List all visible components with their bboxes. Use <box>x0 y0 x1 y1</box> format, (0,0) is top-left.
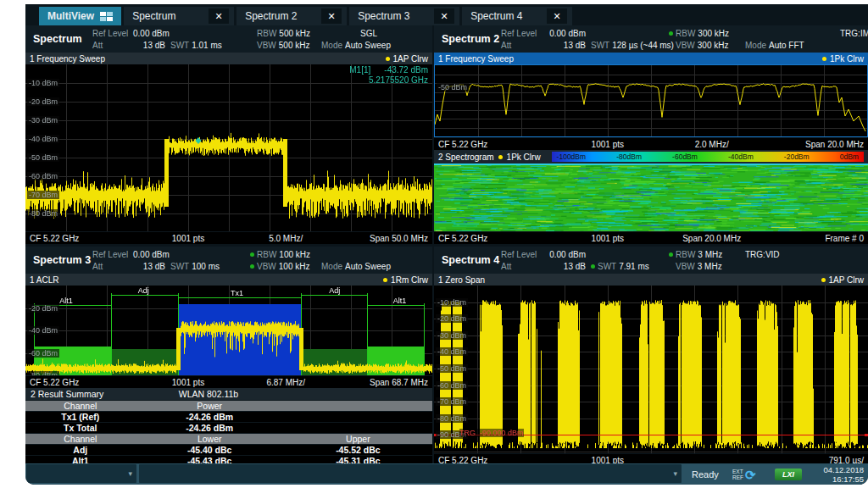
trigger-flag: TRG:VID <box>745 250 840 259</box>
close-icon[interactable]: ✕ <box>209 8 229 24</box>
tab-spectrum-2[interactable]: Spectrum 2 ✕ <box>236 7 347 25</box>
channel-header: Spectrum Ref Level 0.00 dBm RBW 500 kHz … <box>25 25 432 53</box>
swt-setting: SWT 1.01 ms <box>170 41 245 50</box>
y-axis-label: -40 dBm <box>436 347 468 356</box>
spectrogram-trace: 1Pk Clrw <box>507 152 541 162</box>
channel-header: Spectrum 4 Ref Level 0.00 dBm RBW 3 MHz … <box>434 247 868 274</box>
y-axis-label: -70 dBm <box>436 397 468 406</box>
scale-per-div: 2.0 MHz/ <box>695 140 729 149</box>
tab-spectrum[interactable]: Spectrum ✕ <box>124 7 234 25</box>
legend-label: -60dBm <box>672 152 698 161</box>
spectrogram-plot[interactable] <box>434 164 868 231</box>
aclr-plot[interactable]: -20 dBm-40 dBm-60 dBm-80 dBm Alt1 Adj Tx… <box>25 286 432 375</box>
tab-multiview[interactable]: MultiView <box>39 7 121 25</box>
analyzer-screen: MultiView Spectrum ✕ Spectrum 2 ✕ Spectr… <box>25 4 868 485</box>
date: 04.12.2018 <box>823 465 864 474</box>
sweep-points: 1001 pts <box>172 378 204 387</box>
tab-label: Spectrum 2 <box>245 10 309 22</box>
coupled-dot <box>591 264 595 269</box>
channel-name: Spectrum 3 <box>25 254 92 266</box>
tab-label: Spectrum 4 <box>470 10 535 22</box>
y-axis-label: -70 dBm <box>27 191 59 199</box>
multiview-label: MultiView <box>47 10 94 22</box>
chevron-down-icon[interactable]: ▾ <box>673 469 677 478</box>
att-label: Att <box>92 41 133 50</box>
table-header-row: Channel Power <box>25 401 432 412</box>
y-axis-label: -40 dBm <box>27 326 59 335</box>
table-row: Adj -45.40 dBc -45.52 dBc <box>25 445 432 456</box>
rbw-setting: RBW 100 kHz <box>250 250 318 259</box>
y-axis-label: -60 dBm <box>436 381 468 390</box>
status-field-1[interactable]: ▾ <box>26 464 136 483</box>
window-title-bar-selected[interactable]: 1 Frequency Sweep 1Pk Clrw <box>434 53 868 64</box>
frequency-sweep-plot-2[interactable]: -50 dBm <box>434 64 868 137</box>
mode-setting: Mode Auto Sweep <box>321 262 416 271</box>
coupled-dot <box>250 252 254 257</box>
y-axis-label: -80 dBm <box>27 371 59 375</box>
span: Span 68.7 MHz <box>370 378 428 387</box>
swt-setting: SWT 100 ms <box>170 262 245 271</box>
channel-label-alt1: Alt1 <box>59 297 73 305</box>
att-value: 13 dB <box>538 262 586 271</box>
window-spectrum-4: Spectrum 4 Ref Level 0.00 dBm RBW 3 MHz … <box>434 247 868 466</box>
y-axis-label: -80 dBm <box>436 414 468 423</box>
frequency-sweep-plot[interactable]: -10 dBm-20 dBm-30 dBm-40 dBm-50 dBm-60 d… <box>25 64 432 231</box>
trace-indicator: 1Pk Clrw <box>822 54 864 64</box>
time: 16:17:55 <box>832 474 864 484</box>
aclr-info-bar: CF 5.22 GHz 1001 pts 6.87 MHz/ Span 68.7… <box>25 375 432 388</box>
span: Span 20.0 MHz <box>805 140 864 149</box>
spectrogram-info-bar: CF 5.22 GHz 1001 pts Span 20.0 MHz Frame… <box>434 231 868 244</box>
zero-span-plot[interactable]: -10 dBm-20 dBm-30 dBm-40 dBm-50 dBm-60 d… <box>434 286 868 453</box>
spectrogram-canvas <box>434 164 868 231</box>
close-icon[interactable]: ✕ <box>321 8 342 24</box>
ref-label: REF <box>732 474 743 480</box>
vbw-setting: VBW 300 kHz <box>669 41 740 50</box>
y-axis-label: -30 dBm <box>436 331 468 340</box>
screenshot-page: MultiView Spectrum ✕ Spectrum 2 ✕ Spectr… <box>0 0 868 488</box>
window-title: 1 Frequency Sweep <box>438 54 514 64</box>
trace-indicator: 1Rm Clrw <box>383 275 428 285</box>
sweep-points: 1001 pts <box>172 234 204 243</box>
result-summary-table: 2 Result Summary WLAN 802.11b Channel Po… <box>25 388 432 466</box>
tab-spectrum-3[interactable]: Spectrum 3 ✕ <box>349 7 459 25</box>
tab-label: Spectrum 3 <box>358 10 422 22</box>
ref-level-value: 0.00 dBm <box>538 29 586 38</box>
close-icon[interactable]: ✕ <box>547 8 567 24</box>
ref-level-label: Ref Level <box>92 29 133 38</box>
window-title-bar[interactable]: 1 Frequency Sweep 1AP Clrw <box>25 53 432 64</box>
legend-label: -100dBm <box>557 152 587 161</box>
y-axis-label: -80 dBm <box>27 209 59 218</box>
window-title-bar[interactable]: 1 ACLR 1Rm Clrw <box>25 274 432 286</box>
status-field-2[interactable]: ▾ <box>139 464 682 483</box>
att-value: 13 dB <box>133 262 165 271</box>
spectrogram-title-bar[interactable]: 2 Spectrogram 1Pk Clrw -100dBm -80dBm -6… <box>434 150 868 164</box>
y-axis-label: -10 dBm <box>436 298 468 307</box>
center-frequency: CF 5.22 GHz <box>30 234 79 243</box>
center-frequency: CF 5.22 GHz <box>438 140 487 149</box>
windows-grid: Spectrum Ref Level 0.00 dBm RBW 500 kHz … <box>25 25 868 463</box>
y-axis-label: -20 dBm <box>27 97 59 106</box>
lxi-icon: LXI <box>775 469 802 480</box>
window-spectrum-2: Spectrum 2 Ref Level 0.00 dBm RBW 300 kH… <box>434 25 868 244</box>
window-spectrum-3: Spectrum 3 Ref Level 0.00 dBm RBW 100 kH… <box>25 247 432 466</box>
ext-label: EXT <box>732 469 743 474</box>
span: Span 50.0 MHz <box>370 234 428 243</box>
window-spectrum-1: Spectrum Ref Level 0.00 dBm RBW 500 kHz … <box>25 25 432 244</box>
trace-dot <box>498 155 503 159</box>
rbw-setting: RBW 3 MHz <box>669 250 740 259</box>
status-ready: Ready <box>692 469 719 480</box>
tab-spectrum-4[interactable]: Spectrum 4 ✕ <box>462 7 572 25</box>
chevron-down-icon[interactable]: ▾ <box>128 469 132 478</box>
trace-indicator: 1AP Clrw <box>821 275 865 285</box>
channel-label-adj: Adj <box>329 286 340 295</box>
table-header-row: Channel Lower Upper <box>25 434 432 445</box>
marker-readout: M1[1]-43.72 dBm 5.2175520 GHz <box>349 65 428 86</box>
trigger-level-label: TRG-90.000 dBm <box>459 429 524 437</box>
sweep-info-bar: CF 5.22 GHz 1001 pts 2.0 MHz/ Span 20.0 … <box>434 137 868 150</box>
channel-name: Spectrum 4 <box>434 254 501 266</box>
trace-dot <box>383 278 387 282</box>
close-icon[interactable]: ✕ <box>434 8 454 24</box>
trace-dot <box>386 57 390 61</box>
window-title-bar[interactable]: 1 Zero Span 1AP Clrw <box>434 274 868 286</box>
trace-canvas <box>25 64 432 231</box>
